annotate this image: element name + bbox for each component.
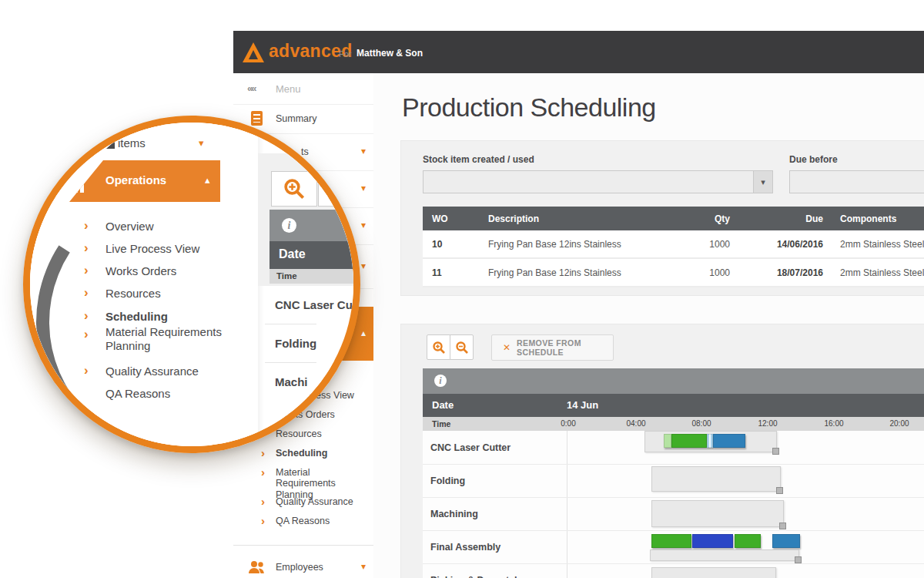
time-tick: 20:00 — [889, 419, 909, 428]
gantt-bar-green[interactable] — [671, 434, 707, 448]
date-label: Date — [279, 247, 306, 261]
gantt-bar-stripe[interactable] — [707, 434, 713, 448]
gantt-date-header: Date 14 Jun — [423, 394, 924, 417]
remove-from-schedule-button[interactable]: ✕ REMOVE FROM SCHEDULE — [491, 334, 614, 361]
due-before-filter-label: Due before — [789, 154, 838, 165]
gantt-bar-blue[interactable] — [713, 434, 745, 448]
cell-qty: 1000 — [655, 259, 730, 286]
sidebar-item-label: Resources — [276, 428, 368, 439]
gantt-time-axis: Time 0:00 04:00 08:00 12:00 16:00 20:00 — [423, 417, 924, 431]
magnified-row-divider — [265, 324, 316, 324]
chevron-right-icon: › — [84, 328, 89, 341]
column-header-description: Description — [478, 207, 655, 230]
chevron-right-icon: › — [84, 241, 89, 254]
time-tick: 12:00 — [758, 419, 777, 428]
resize-handle[interactable] — [779, 523, 786, 529]
magnified-menu-item: › Overview — [84, 219, 230, 237]
due-before-filter-input[interactable] — [789, 170, 924, 193]
magnified-item-label: Material Requirements Planning — [105, 325, 230, 353]
summary-icon — [251, 111, 263, 126]
gantt-bar-blue[interactable] — [772, 534, 800, 548]
gantt-slot-container[interactable] — [651, 500, 784, 527]
magnified-time-axis: Time — [270, 269, 353, 284]
sidebar-item-label: Quality Assurance — [276, 496, 368, 507]
resize-handle[interactable] — [772, 448, 779, 455]
cell-wo: 10 — [423, 230, 478, 257]
magnified-row-divider — [265, 362, 316, 363]
chevron-right-icon: › — [84, 309, 89, 322]
magnified-section-label: Operations — [105, 173, 166, 187]
date-label: Date — [432, 399, 454, 411]
zoom-in-icon — [432, 341, 446, 355]
magnified-resource-label: Machi — [275, 375, 308, 388]
magnified-menu-item: › Live Process View — [84, 241, 230, 260]
magnified-menu-item: › Material Requirements Planning — [84, 324, 230, 355]
filters-panel: Stock item created / used ▾ Due before W… — [400, 140, 924, 296]
chevron-right-icon: › — [84, 264, 89, 277]
close-icon: ✕ — [503, 342, 511, 353]
gantt-bar-green[interactable] — [651, 534, 691, 548]
screenshot-root: { "brand": {"logo_text":"advanced","for_… — [0, 0, 924, 578]
stock-item-dropdown-button[interactable]: ▾ — [753, 170, 773, 193]
for-label: For — [339, 49, 352, 59]
chevron-down-icon: ▾ — [361, 561, 366, 572]
page-title: Production Scheduling — [402, 92, 656, 123]
company-name: Matthew & Son — [357, 48, 423, 59]
magnified-item-label: items — [118, 136, 146, 150]
gantt-slot-container[interactable] — [651, 466, 781, 492]
gantt-slot-container[interactable] — [650, 549, 799, 561]
magnified-menu-item: › Quality Assurance — [84, 364, 230, 382]
time-label: Time — [276, 271, 297, 281]
sidebar-item-quality-assurance[interactable]: › Quality Assurance — [233, 496, 373, 515]
sidebar-item-qa-reasons[interactable]: › QA Reasons — [233, 515, 373, 534]
sidebar-item-employees[interactable]: Employees ▾ — [233, 551, 373, 578]
magnified-menu-item: › Works Orders — [84, 264, 230, 282]
chevron-down-icon: ▾ — [361, 260, 366, 271]
magnified-menu-item: QA Reasons — [84, 386, 230, 405]
sidebar-item-material-requirements-planning[interactable]: › Material Requirements Planning — [233, 466, 373, 496]
advanced-logo-icon — [243, 42, 264, 62]
chevron-right-icon: › — [84, 364, 89, 377]
stock-item-filter-label: Stock item created / used — [423, 154, 534, 165]
resource-label: Picking & Despatch — [430, 575, 521, 578]
resize-handle[interactable] — [795, 556, 802, 563]
sidebar-divider — [233, 545, 373, 546]
table-row[interactable]: 10 Frying Pan Base 12ins Stainless 1000 … — [423, 230, 924, 259]
date-value: 14 Jun — [567, 399, 598, 411]
sidebar-item-label: Scheduling — [276, 448, 368, 459]
resource-label: Machining — [430, 509, 478, 519]
stock-item-filter-input[interactable] — [423, 170, 754, 193]
magnified-item-label: Scheduling — [105, 310, 230, 324]
chevron-right-icon: › — [261, 515, 265, 526]
sidebar-item-label: QA Reasons — [276, 516, 368, 526]
collapse-sidebar-icon[interactable]: «« — [247, 82, 255, 94]
zoom-out-icon — [455, 341, 469, 355]
people-icon — [248, 560, 266, 574]
table-header-row: WO Description Qty Due Components — [423, 207, 924, 230]
table-row[interactable]: 11 Frying Pan Base 12ins Stainless 1000 … — [423, 259, 924, 287]
info-icon[interactable]: i — [434, 375, 447, 387]
resize-handle[interactable] — [776, 487, 783, 494]
magnifier-callout: items ▾ Operations ▴ › Overview › Live P… — [23, 116, 360, 453]
magnified-date-header: Date — [270, 241, 353, 269]
gantt-info-bar: i — [423, 368, 924, 394]
gantt-slot-container[interactable] — [651, 567, 776, 578]
cell-components: 2mm Stainless Steel S — [823, 230, 924, 257]
gantt-bar-royal[interactable] — [692, 534, 733, 548]
time-label: Time — [432, 419, 450, 428]
sidebar-item-scheduling[interactable]: › Scheduling — [233, 447, 373, 466]
zoom-in-button[interactable] — [427, 334, 450, 360]
chevron-right-icon: › — [84, 286, 89, 299]
column-header-due: Due — [730, 207, 823, 230]
gantt-bar-light_green[interactable] — [664, 434, 671, 448]
magnified-sidebar-item-partial: items ▾ — [30, 127, 258, 155]
magnified-item-label: Quality Assurance — [105, 365, 230, 378]
resource-label: Folding — [430, 476, 465, 486]
magnified-item-label: QA Reasons — [105, 387, 230, 401]
chevron-right-icon: › — [261, 466, 265, 478]
remove-from-schedule-label: REMOVE FROM SCHEDULE — [517, 338, 613, 357]
zoom-out-button[interactable] — [450, 334, 474, 360]
sidebar-item-label: Summary — [276, 113, 316, 124]
magnified-resource-label: Folding — [275, 337, 316, 350]
gantt-bar-green[interactable] — [735, 534, 761, 548]
